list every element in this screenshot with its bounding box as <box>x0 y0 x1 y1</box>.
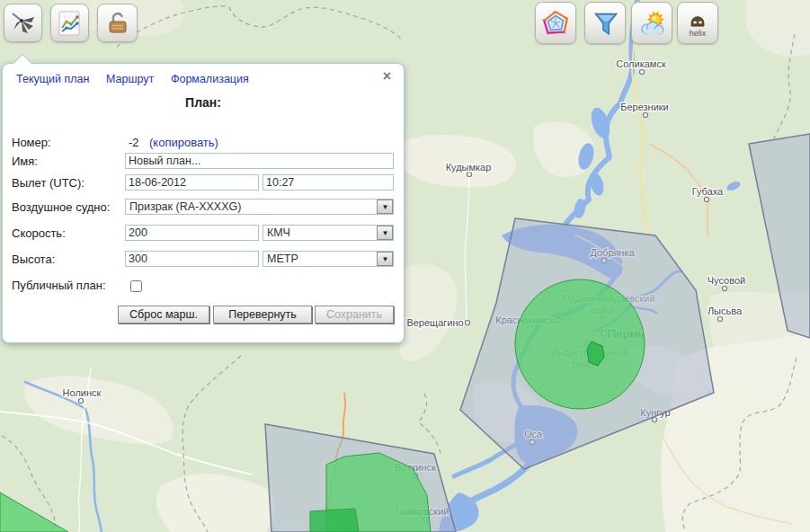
speed-label: Скорость: <box>12 226 66 240</box>
public-plan-checkbox[interactable] <box>130 280 142 292</box>
public-plan-label: Публичный план: <box>12 279 106 292</box>
dialog-title: План: <box>3 95 404 110</box>
city-label: Кудымкар <box>446 162 492 173</box>
departure-label: Вылет (UTC): <box>12 176 85 190</box>
tab-formalization[interactable]: Формализация <box>171 73 249 85</box>
route-fan-icon <box>10 10 37 37</box>
chevron-down-icon[interactable]: ▼ <box>377 200 393 214</box>
unlock-icon <box>104 10 131 37</box>
tab-route[interactable]: Маршрут <box>106 73 154 85</box>
departure-time-input[interactable] <box>263 174 394 191</box>
polygon-tool-button[interactable] <box>535 2 576 44</box>
speed-unit-select[interactable]: КМЧ ▼ <box>263 225 394 241</box>
tab-current-plan[interactable]: Текущий план <box>16 73 89 85</box>
city-label: Нолинск <box>63 387 102 398</box>
lock-tool-button[interactable] <box>97 4 138 42</box>
plan-dialog: Текущий план Маршрут Формализация × План… <box>2 63 405 343</box>
city-label: Чусовой <box>708 275 745 286</box>
copy-link[interactable]: (копировать) <box>149 136 218 149</box>
city-label: Верещагино <box>406 317 463 328</box>
filter-tool-button[interactable] <box>584 2 626 44</box>
reverse-button[interactable]: Перевернуть <box>213 306 312 324</box>
aircraft-value: Призрак (RA-XXXXG) <box>126 200 377 213</box>
weather-tool-button[interactable] <box>631 2 672 44</box>
city-label: Губаха <box>692 186 724 197</box>
altitude-input[interactable] <box>125 251 259 267</box>
zone-green-perm-circle[interactable] <box>515 279 645 409</box>
pilot-helmet-icon <box>686 10 709 31</box>
speed-input[interactable] <box>125 225 259 241</box>
city-label: Березники <box>620 102 669 112</box>
altitude-unit-value: МЕТР <box>263 253 377 265</box>
polygon-zone-icon <box>541 9 570 38</box>
number-label: Номер: <box>12 136 51 149</box>
name-label: Имя: <box>12 155 38 168</box>
altitude-label: Высота: <box>12 253 55 266</box>
chart-icon <box>57 10 84 37</box>
zone-green-overlap[interactable] <box>310 509 359 532</box>
aircraft-label: Воздушное судно: <box>12 200 110 214</box>
helix-tool-button[interactable]: helix <box>677 2 718 44</box>
speed-unit-value: КМЧ <box>263 226 377 239</box>
route-tool-button[interactable] <box>4 4 42 42</box>
name-input[interactable] <box>125 153 394 169</box>
weather-icon <box>637 9 666 38</box>
dialog-tabs: Текущий план Маршрут Формализация <box>16 72 263 85</box>
funnel-icon <box>591 9 619 38</box>
chevron-down-icon[interactable]: ▼ <box>377 226 393 240</box>
chart-tool-button[interactable] <box>50 4 89 42</box>
city-label: Лысьва <box>708 306 743 316</box>
altitude-unit-select[interactable]: МЕТР ▼ <box>263 251 394 267</box>
number-value: -2 <box>129 136 139 149</box>
city-label: Соликамск <box>616 58 666 69</box>
aircraft-select[interactable]: Призрак (RA-XXXXG) ▼ <box>125 199 394 215</box>
reset-route-button[interactable]: Сброс марш. <box>118 306 209 324</box>
chevron-down-icon[interactable]: ▼ <box>377 252 393 266</box>
departure-date-input[interactable] <box>125 174 259 191</box>
close-icon[interactable]: × <box>383 69 391 84</box>
helix-label: helix <box>690 30 707 37</box>
save-button[interactable]: Сохранить <box>315 306 394 324</box>
